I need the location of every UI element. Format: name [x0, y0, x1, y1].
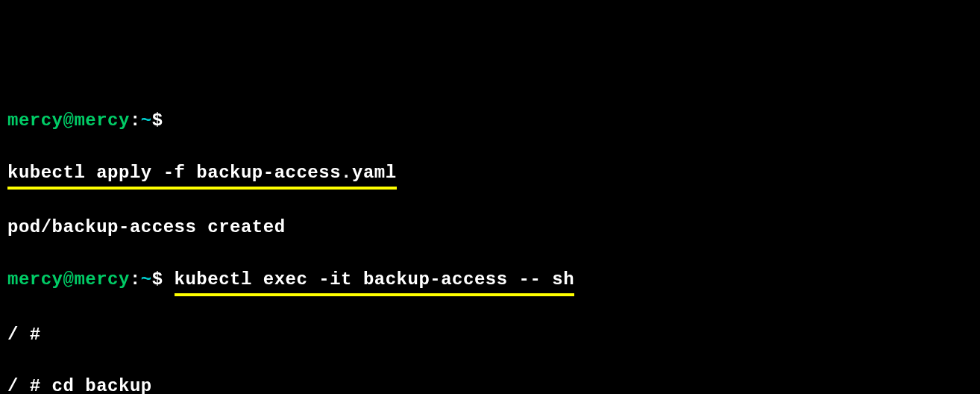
terminal-line-6: / # cd backup: [7, 374, 973, 394]
prompt-user: mercy@mercy: [7, 269, 130, 290]
prompt-sep: :: [130, 110, 141, 131]
command-apply: kubectl apply -f backup-access.yaml: [7, 160, 397, 190]
prompt-path: ~: [141, 110, 152, 131]
shell-prompt: / #: [7, 325, 41, 345]
prompt-sep: :: [130, 269, 141, 290]
terminal-line-2: kubectl apply -f backup-access.yaml: [7, 160, 973, 190]
output-created: pod/backup-access created: [7, 217, 286, 237]
terminal-line-3: pod/backup-access created: [7, 215, 973, 241]
terminal-line-4: mercy@mercy:~$ kubectl exec -it backup-a…: [7, 267, 973, 296]
prompt-user: mercy@mercy: [7, 110, 130, 131]
prompt-dollar: $: [152, 110, 163, 131]
shell-cmd-cd: / # cd backup: [7, 376, 152, 394]
terminal-line-1: mercy@mercy:~$: [7, 108, 973, 134]
prompt-dollar: $: [152, 269, 163, 290]
command-exec: kubectl exec -it backup-access -- sh: [175, 267, 574, 296]
terminal-line-5: / #: [7, 322, 973, 348]
prompt-path: ~: [141, 269, 152, 290]
